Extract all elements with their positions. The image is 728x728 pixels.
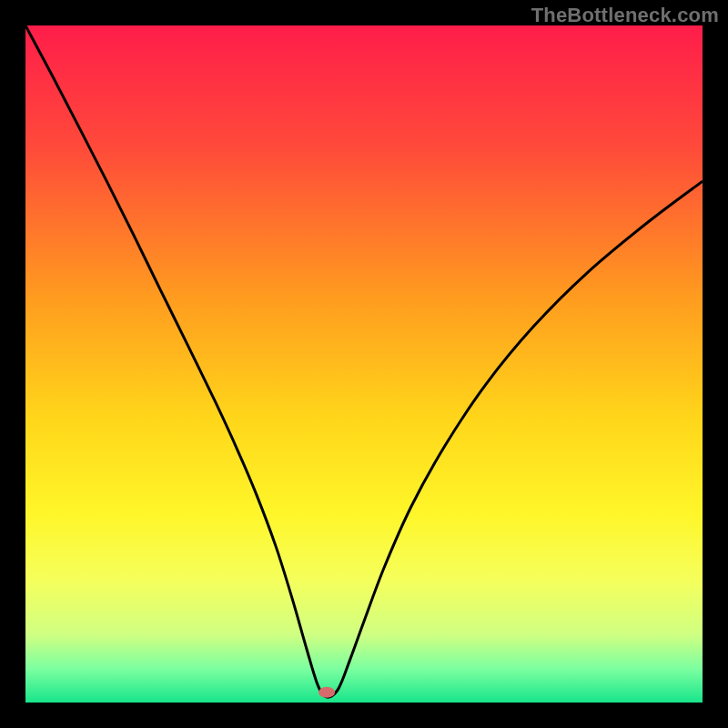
gradient-background xyxy=(25,25,703,703)
chart-svg xyxy=(25,25,703,703)
plot-area xyxy=(25,25,703,703)
watermark-text: TheBottleneck.com xyxy=(531,4,719,27)
optimum-marker xyxy=(318,687,335,698)
chart-frame: TheBottleneck.com xyxy=(0,0,728,728)
